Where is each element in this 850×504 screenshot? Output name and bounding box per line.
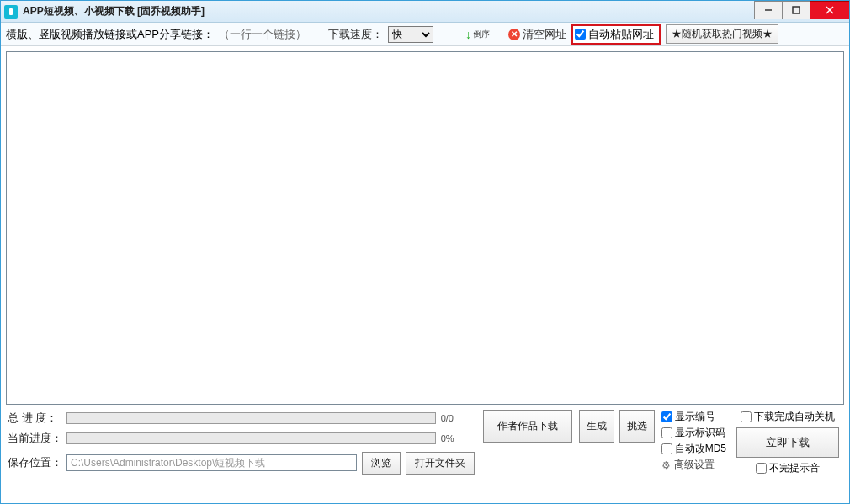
url-input[interactable] <box>6 51 844 405</box>
reverse-order-button[interactable]: ↓ 倒序 <box>465 28 490 41</box>
gear-icon: ⚙ <box>661 459 671 471</box>
pick-button[interactable]: 挑选 <box>619 410 655 443</box>
show-flag-checkbox[interactable] <box>661 427 672 438</box>
maximize-button[interactable] <box>782 1 810 19</box>
no-sound-checkbox-wrap[interactable]: 不完提示音 <box>756 461 820 475</box>
arrow-down-icon: ↓ <box>465 28 471 41</box>
total-progress-label: 总 进 度： <box>8 411 66 426</box>
auto-paste-label: 自动粘贴网址 <box>588 27 654 42</box>
total-progress-text: 0/0 <box>441 413 475 423</box>
browse-button[interactable]: 浏览 <box>362 452 401 475</box>
advanced-settings-button[interactable]: ⚙ 高级设置 <box>661 458 726 472</box>
generate-button[interactable]: 生成 <box>579 410 614 443</box>
auto-shutdown-checkbox[interactable] <box>741 411 752 422</box>
window-title: APP短视频、小视频下载 [固乔视频助手] <box>23 4 205 19</box>
author-works-button[interactable]: 作者作品下载 <box>483 410 572 443</box>
reverse-label: 倒序 <box>473 30 490 39</box>
auto-shutdown-label: 下载完成自动关机 <box>754 410 835 424</box>
minimize-button[interactable] <box>754 1 783 19</box>
show-index-label: 显示编号 <box>675 410 715 424</box>
auto-paste-checkbox[interactable] <box>575 29 586 40</box>
clear-icon: ✕ <box>508 29 520 40</box>
auto-paste-checkbox-wrap[interactable]: 自动粘贴网址 <box>571 24 661 45</box>
no-sound-checkbox[interactable] <box>756 463 767 474</box>
close-button[interactable] <box>810 1 850 19</box>
url-hint-label: （一行一个链接） <box>219 27 306 42</box>
no-sound-label: 不完提示音 <box>769 461 820 475</box>
clear-urls-button[interactable]: ✕ 清空网址 <box>508 27 566 42</box>
svg-rect-0 <box>9 8 13 15</box>
clear-label: 清空网址 <box>523 27 566 42</box>
show-flag-checkbox-wrap[interactable]: 显示标识码 <box>661 426 726 440</box>
show-index-checkbox-wrap[interactable]: 显示编号 <box>661 410 726 424</box>
auto-md5-checkbox[interactable] <box>661 443 672 454</box>
auto-md5-label: 自动改MD5 <box>675 442 726 456</box>
save-path-label: 保存位置： <box>8 455 66 470</box>
show-flag-label: 显示标识码 <box>675 426 725 440</box>
advanced-label: 高级设置 <box>674 458 715 472</box>
random-hot-video-button[interactable]: ★随机获取热门视频★ <box>666 24 778 44</box>
total-progress-bar <box>66 412 436 424</box>
download-now-button[interactable]: 立即下载 <box>736 427 839 458</box>
speed-select[interactable]: 快 <box>388 26 433 43</box>
show-index-checkbox[interactable] <box>661 411 672 422</box>
app-icon <box>4 5 18 19</box>
auto-shutdown-checkbox-wrap[interactable]: 下载完成自动关机 <box>741 410 835 424</box>
auto-md5-checkbox-wrap[interactable]: 自动改MD5 <box>661 442 726 456</box>
save-path-input[interactable] <box>66 454 357 471</box>
current-progress-bar <box>66 432 436 444</box>
svg-rect-2 <box>793 7 800 13</box>
url-prompt-label: 横版、竖版视频播放链接或APP分享链接： <box>6 27 214 42</box>
open-folder-button[interactable]: 打开文件夹 <box>406 452 475 475</box>
current-progress-label: 当前进度： <box>8 431 66 446</box>
current-progress-text: 0% <box>441 433 475 443</box>
speed-label: 下载速度： <box>328 27 383 42</box>
